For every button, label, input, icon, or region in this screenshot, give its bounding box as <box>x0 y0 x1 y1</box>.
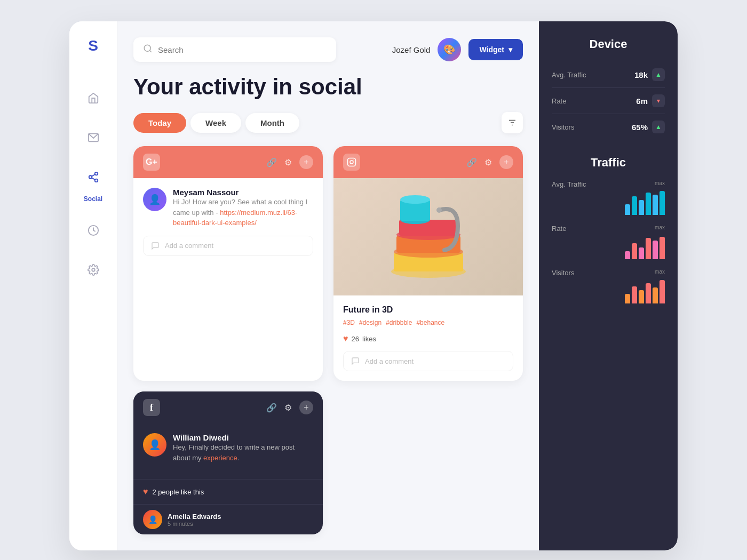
insta-likes-count: ♥ 26 likes <box>343 334 513 343</box>
traffic-visitors-chart: max <box>625 269 665 303</box>
fb-commenter-name: Amelia Edwards <box>168 513 221 521</box>
fb-user-name: William Diwedi <box>173 433 313 442</box>
tag-design: #design <box>359 319 382 326</box>
heart-icon: ♥ <box>343 334 348 343</box>
avatar: 🎨 <box>438 38 461 61</box>
fb-commenter-avatar: 👤 <box>143 510 162 529</box>
traffic-avg-label: Avg. Traffic <box>552 180 586 188</box>
sidebar-item-home[interactable] <box>82 86 105 110</box>
sidebar-item-mail[interactable] <box>82 126 105 149</box>
metric-visitors-value-row: 65% ▲ <box>632 121 665 133</box>
traffic-section-title: Traffic <box>552 156 665 170</box>
gplus-header-icons: 🔗 ⚙ + <box>266 155 313 169</box>
fb-link-icon[interactable]: 🔗 <box>266 403 277 413</box>
svg-rect-13 <box>348 158 356 166</box>
tag-dribbble: #dribbble <box>386 319 412 326</box>
bar <box>639 247 644 259</box>
device-section: Device Avg. Traffic 18k ▲ Rate 6m ▾ <box>552 37 665 140</box>
bar <box>653 195 658 215</box>
gplus-card: G+ 🔗 ⚙ + 👤 Meysam Nassour Hi Jo! How are <box>133 146 323 381</box>
search-icon <box>143 44 153 55</box>
insta-comment-input: Add a comment <box>365 357 505 365</box>
sidebar-item-social[interactable] <box>82 165 105 189</box>
fb-commenter-time: 5 minutes <box>168 521 221 527</box>
fb-header-icons: 🔗 ⚙ + <box>266 401 313 414</box>
main-content: Jozef Gold 🎨 Widget ▾ Your activity in s… <box>117 21 539 550</box>
bar <box>646 238 651 259</box>
fb-post-link[interactable]: experience <box>203 454 237 462</box>
insta-header-icons: 🔗 ⚙ + <box>466 155 513 169</box>
instagram-card: 🔗 ⚙ + <box>333 146 523 381</box>
bar <box>659 237 665 259</box>
gplus-platform-icon: G+ <box>143 154 160 171</box>
insta-comment-box[interactable]: Add a comment <box>343 351 513 371</box>
gplus-user-info: Meysam Nassour Hi Jo! How are you? See w… <box>173 188 313 228</box>
svg-point-2 <box>89 175 92 179</box>
traffic-rate-bars <box>625 233 665 259</box>
widget-button[interactable]: Widget ▾ <box>468 39 523 60</box>
filter-icon-button[interactable] <box>502 112 523 133</box>
link-icon[interactable]: 🔗 <box>266 157 277 167</box>
instagram-platform-icon <box>343 154 360 171</box>
metric-rate: Rate 6m ▾ <box>552 88 665 114</box>
bar <box>646 193 651 215</box>
search-input[interactable] <box>158 45 327 54</box>
traffic-avg-chart: max <box>625 180 665 215</box>
bar <box>659 280 665 303</box>
gplus-card-header: G+ 🔗 ⚙ + <box>133 146 323 178</box>
gplus-user-avatar: 👤 <box>143 188 166 211</box>
svg-line-9 <box>149 50 151 52</box>
bar <box>632 286 637 303</box>
metric-avg-traffic-arrow[interactable]: ▲ <box>652 68 665 81</box>
gplus-card-body: 👤 Meysam Nassour Hi Jo! How are you? See… <box>133 178 323 266</box>
tag-3d: #3D <box>343 319 355 326</box>
svg-line-4 <box>91 178 94 180</box>
fb-likes-row: ♥ 2 people like this <box>133 479 323 504</box>
metric-visitors-arrow[interactable]: ▲ <box>652 121 665 133</box>
bar <box>659 191 665 215</box>
bar <box>625 251 630 259</box>
gplus-comment-box[interactable]: Add a comment <box>143 236 313 256</box>
insta-gear-icon[interactable]: ⚙ <box>484 157 492 167</box>
sidebar-item-chart[interactable] <box>82 219 105 242</box>
metric-rate-label: Rate <box>552 97 566 105</box>
bar <box>639 200 644 215</box>
fb-user-info: William Diwedi Hey, Finally decided to w… <box>173 433 313 463</box>
metric-avg-traffic: Avg. Traffic 18k ▲ <box>552 62 665 88</box>
traffic-section: Traffic Avg. Traffic max <box>552 156 665 313</box>
insta-plus-icon[interactable]: + <box>499 155 513 169</box>
metric-rate-value-row: 6m ▾ <box>636 94 665 107</box>
fb-gear-icon[interactable]: ⚙ <box>284 403 292 413</box>
3d-shape-svg <box>370 189 487 285</box>
metric-visitors-value: 65% <box>632 123 648 132</box>
bar <box>632 196 637 215</box>
tag-behance: #behance <box>416 319 444 326</box>
insta-link-icon[interactable]: 🔗 <box>466 157 477 167</box>
user-name: Jozef Gold <box>392 45 431 54</box>
tab-today[interactable]: Today <box>133 113 186 133</box>
svg-point-7 <box>92 268 95 271</box>
svg-point-1 <box>94 172 98 175</box>
sidebar-item-settings[interactable] <box>82 258 105 282</box>
facebook-card: f 🔗 ⚙ + 👤 William Diwedi Hey, Finally de… <box>133 391 323 534</box>
tab-week[interactable]: Week <box>190 113 241 133</box>
metric-visitors: Visitors 65% ▲ <box>552 114 665 140</box>
gplus-post-text: Hi Jo! How are you? See what a cool thin… <box>173 197 313 228</box>
page-title: Your activity in social <box>133 75 523 99</box>
fb-platform-icon: f <box>143 399 160 416</box>
plus-icon[interactable]: + <box>299 155 313 169</box>
insta-image <box>333 178 523 295</box>
fb-heart-icon: ♥ <box>143 487 148 497</box>
tab-month[interactable]: Month <box>245 113 299 133</box>
traffic-visitors-max: max <box>625 269 665 275</box>
traffic-avg-row: Avg. Traffic max <box>552 180 665 215</box>
fb-user-avatar: 👤 <box>143 433 166 457</box>
traffic-rate-row: Rate max <box>552 225 665 259</box>
metric-rate-arrow[interactable]: ▾ <box>652 94 665 107</box>
search-box <box>133 37 336 62</box>
traffic-visitors-bars <box>625 277 665 303</box>
gear-icon[interactable]: ⚙ <box>284 157 292 167</box>
insta-card-body: Future in 3D #3D #design #dribbble #beha… <box>333 295 523 381</box>
traffic-visitors-label: Visitors <box>552 269 574 277</box>
fb-plus-icon[interactable]: + <box>299 401 313 414</box>
